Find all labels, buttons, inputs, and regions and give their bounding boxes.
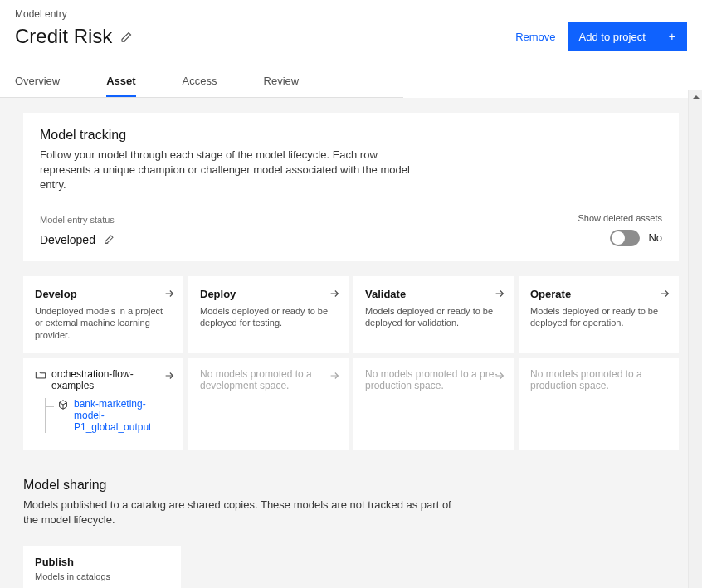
toggle-value: No [648,231,662,244]
stage-title: Develop [35,288,170,300]
status-value: Developed [40,233,95,246]
model-tracking-card: Model tracking Follow your model through… [23,113,679,261]
folder-icon [35,369,46,381]
stage-body-validate: No models promoted to a pre-production s… [353,358,514,450]
empty-text: No models promoted to a pre-production s… [365,368,497,391]
stage-body-row: orchestration-flow-examples bank-marketi… [23,358,679,450]
edit-icon[interactable] [120,30,134,43]
empty-text: No models promoted to a development spac… [200,368,312,391]
stage-desc: Models deployed or ready to be deployed … [200,305,335,330]
arrow-right-icon [163,288,175,299]
stage-head-develop: Develop Undeployed models in a project o… [23,276,183,354]
plus-icon: + [669,30,675,43]
stage-desc: Undeployed models in a project or extern… [35,305,170,343]
publish-title: Publish [35,556,169,568]
model-tracking-description: Follow your model through each stage of … [40,148,422,193]
scrollbar[interactable] [688,90,702,588]
stage-title: Deploy [200,288,335,300]
publish-head: Publish Models in catalogs [23,546,181,588]
page-title: Credit Risk [15,25,112,48]
model-tracking-title: Model tracking [40,128,662,143]
stage-head-operate: Operate Models deployed or ready to be d… [519,276,679,354]
stage-body-operate: No models promoted to a production space… [519,358,679,450]
stage-body-develop: orchestration-flow-examples bank-marketi… [23,358,183,450]
arrow-right-icon [329,370,340,381]
arrow-right-icon [163,370,175,381]
scroll-up-icon[interactable] [689,90,702,104]
stage-body-deploy: No models promoted to a development spac… [188,358,349,450]
main-scroll-area[interactable]: Model tracking Follow your model through… [0,98,702,588]
tabs: Overview Asset Access Review [0,66,403,98]
tab-access[interactable]: Access [183,66,217,97]
status-label: Model entry status [40,215,117,225]
remove-button[interactable]: Remove [515,31,555,43]
add-to-project-button[interactable]: Add to project + [568,22,687,51]
stage-title: Validate [365,288,500,300]
arrow-right-icon [494,288,505,299]
model-sharing-title: Model sharing [23,478,679,493]
toggle-label: Show deleted assets [578,213,662,223]
arrow-right-icon [659,288,670,299]
model-link[interactable]: bank-marketing-model-P1_global_output [74,398,172,433]
publish-subtitle: Models in catalogs [35,571,169,581]
tab-overview[interactable]: Overview [15,66,60,97]
stage-desc: Models deployed or ready to be deployed … [365,305,500,330]
model-sharing-section: Model sharing Models published to a cata… [23,478,679,588]
arrow-right-icon [494,370,505,381]
arrow-right-icon [329,288,340,299]
empty-text: No models promoted to a production space… [530,368,642,391]
folder-name: orchestration-flow-examples [51,368,172,391]
add-to-project-label: Add to project [579,31,646,43]
tab-review[interactable]: Review [264,66,300,97]
stage-head-deploy: Deploy Models deployed or ready to be de… [188,276,349,354]
stage-title: Operate [530,288,665,300]
stage-desc: Models deployed or ready to be deployed … [530,305,665,330]
model-sharing-description: Models published to a catalog are shared… [23,498,455,527]
stage-header-row: Develop Undeployed models in a project o… [23,276,679,354]
stage-head-validate: Validate Models deployed or ready to be … [353,276,514,354]
show-deleted-toggle[interactable] [610,230,640,246]
tab-asset[interactable]: Asset [106,66,135,97]
edit-status-icon[interactable] [104,233,117,246]
breadcrumb: Model entry [15,8,687,20]
model-icon [57,399,69,411]
